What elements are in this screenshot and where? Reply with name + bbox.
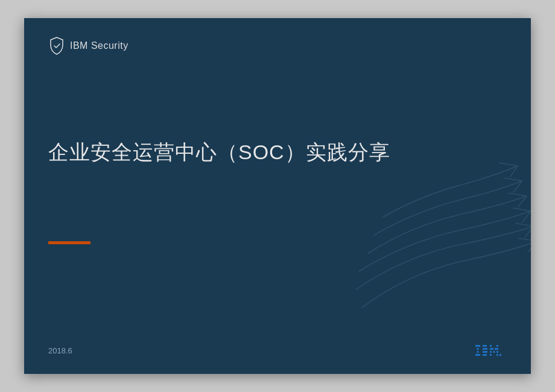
svg-rect-9 bbox=[484, 351, 487, 353]
header: IBM Security bbox=[48, 36, 128, 55]
svg-rect-11 bbox=[484, 354, 487, 356]
svg-rect-3 bbox=[475, 354, 480, 356]
shield-icon bbox=[48, 36, 65, 55]
brand-name: IBM Security bbox=[70, 40, 128, 51]
svg-rect-4 bbox=[483, 345, 484, 347]
svg-rect-10 bbox=[483, 354, 484, 356]
orange-divider-bar bbox=[48, 241, 90, 244]
svg-rect-8 bbox=[483, 351, 484, 353]
svg-rect-22 bbox=[496, 354, 498, 356]
svg-rect-7 bbox=[484, 348, 487, 350]
svg-rect-18 bbox=[490, 351, 492, 353]
svg-rect-23 bbox=[500, 354, 501, 356]
decorative-arrows bbox=[350, 151, 531, 320]
svg-rect-0 bbox=[475, 345, 480, 347]
svg-rect-19 bbox=[496, 351, 498, 353]
svg-rect-21 bbox=[490, 354, 492, 356]
svg-rect-15 bbox=[495, 348, 496, 350]
svg-rect-6 bbox=[483, 348, 484, 350]
svg-rect-17 bbox=[496, 348, 498, 350]
svg-rect-2 bbox=[477, 351, 479, 353]
footer: 2018.6 bbox=[48, 344, 507, 357]
svg-rect-12 bbox=[490, 345, 492, 347]
ibm-security-logo: IBM Security bbox=[48, 36, 128, 55]
svg-rect-14 bbox=[492, 348, 493, 350]
svg-rect-1 bbox=[477, 348, 479, 350]
ibm-footer-logo bbox=[475, 344, 507, 357]
date-label: 2018.6 bbox=[48, 346, 72, 355]
svg-rect-16 bbox=[490, 348, 492, 350]
svg-rect-20 bbox=[493, 351, 495, 353]
svg-rect-13 bbox=[496, 345, 498, 347]
svg-rect-5 bbox=[484, 345, 487, 347]
slide: IBM Security 企业安全运营中心（SOC）实践分享 2018.6 bbox=[24, 18, 531, 374]
